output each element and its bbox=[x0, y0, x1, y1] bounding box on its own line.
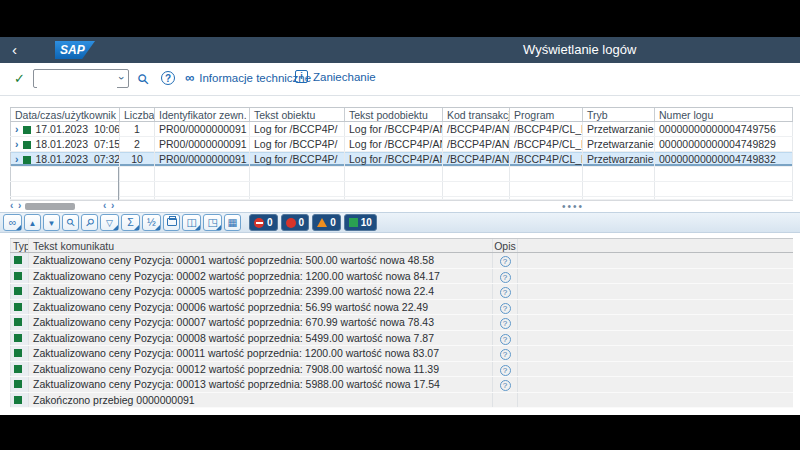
log-tryb: Przetwarzanie ... bbox=[583, 152, 655, 166]
horizontal-scrollbar[interactable]: ‹ › ‹ › bbox=[10, 200, 793, 212]
sort-ascending-button[interactable]: ▲ bbox=[24, 214, 41, 231]
details-button[interactable]: ⚲ bbox=[81, 214, 98, 231]
col-header[interactable]: Liczba bbox=[120, 108, 155, 121]
expand-chevron-icon[interactable]: › bbox=[15, 123, 19, 135]
help-circle-icon[interactable]: ? bbox=[500, 272, 511, 283]
message-row[interactable]: Zaktualizowano ceny Pozycja: 00011 warto… bbox=[10, 346, 793, 362]
row-filler bbox=[518, 253, 793, 268]
success-count: 10 bbox=[361, 217, 372, 228]
green-status-icon bbox=[14, 365, 22, 373]
col-header[interactable]: Identyfikator zewn. bbox=[155, 108, 250, 121]
sum-button[interactable]: Σ bbox=[121, 214, 140, 231]
message-row[interactable]: Zakończono przebieg 0000000091 bbox=[10, 393, 793, 409]
log-row[interactable]: ›17.01.2023 10:06:25 1 PR00/0000000091 L… bbox=[10, 122, 793, 137]
message-row[interactable]: Zaktualizowano ceny Pozycja: 00008 warto… bbox=[10, 331, 793, 347]
col-header-typ[interactable]: Typ bbox=[10, 239, 29, 252]
log-tekst-obiektu: Log for /BCCP4P/ bbox=[250, 122, 345, 136]
green-square-icon bbox=[349, 218, 358, 227]
log-program: /BCCP4P/CL_L... bbox=[510, 122, 583, 136]
find-button[interactable]: ∞ bbox=[3, 214, 22, 231]
grid-button[interactable]: ▦ bbox=[224, 214, 241, 231]
help-circle-icon[interactable]: ? bbox=[500, 303, 511, 314]
message-row[interactable]: Zaktualizowano ceny Pozycja: 00007 warto… bbox=[10, 315, 793, 331]
log-numer-logu: 00000000000004749832 bbox=[655, 152, 793, 166]
chevron-down-icon[interactable]: › bbox=[116, 76, 128, 80]
green-status-icon bbox=[14, 380, 22, 388]
help-icon[interactable]: ? bbox=[161, 71, 175, 85]
print-button[interactable] bbox=[163, 214, 180, 231]
message-row[interactable]: Zaktualizowano ceny Pozycja: 00006 warto… bbox=[10, 300, 793, 316]
technical-info-button[interactable]: ∞ Informacje techniczne bbox=[185, 70, 311, 86]
scroll-left-icon[interactable]: ‹ bbox=[103, 200, 106, 211]
subtotal-button[interactable]: ½ bbox=[142, 214, 161, 231]
message-row[interactable]: Zaktualizowano ceny Pozycja: 00013 warto… bbox=[10, 377, 793, 393]
splitter-handle[interactable]: •••• bbox=[562, 202, 584, 212]
confirm-check-icon[interactable]: ✓ bbox=[14, 71, 25, 86]
help-circle-icon[interactable]: ? bbox=[500, 349, 511, 360]
command-field[interactable]: › bbox=[33, 69, 129, 88]
log-liczba: 10 bbox=[120, 152, 155, 166]
message-row[interactable]: Zaktualizowano ceny Pozycja: 00002 warto… bbox=[10, 269, 793, 285]
empty-opis-cell bbox=[493, 393, 518, 408]
col-header[interactable]: Tryb bbox=[583, 108, 655, 121]
log-row[interactable]: ›18.01.2023 07:15:37 2 PR00/0000000091 L… bbox=[10, 137, 793, 152]
message-row[interactable]: Zaktualizowano ceny Pozycja: 00005 warto… bbox=[10, 284, 793, 300]
message-text: Zaktualizowano ceny Pozycja: 00013 warto… bbox=[29, 377, 493, 392]
error-count-button[interactable]: 0 bbox=[281, 214, 310, 231]
log-tekst-obiektu: Log for /BCCP4P/ bbox=[250, 152, 345, 166]
log-program: /BCCP4P/CL_L... bbox=[510, 137, 583, 151]
zoom-button[interactable]: ⚲ bbox=[62, 214, 79, 231]
green-status-icon bbox=[14, 349, 22, 357]
col-header[interactable]: Tekst podobiektu bbox=[345, 108, 443, 121]
message-text: Zaktualizowano ceny Pozycja: 00005 warto… bbox=[29, 284, 493, 299]
dropdown-corner-icon bbox=[195, 225, 200, 230]
export-button[interactable]: ◳ bbox=[203, 214, 222, 231]
message-text: Zaktualizowano ceny Pozycja: 00007 warto… bbox=[29, 315, 493, 330]
expand-chevron-icon[interactable]: › bbox=[15, 153, 19, 165]
error-count: 0 bbox=[299, 217, 305, 228]
warning-count-button[interactable]: 0 bbox=[312, 214, 341, 231]
views-button[interactable]: ◫ bbox=[182, 214, 201, 231]
col-header[interactable]: Kod transakcji bbox=[443, 108, 510, 121]
grid-icon: ▦ bbox=[228, 216, 238, 228]
expand-chevron-icon[interactable]: › bbox=[15, 138, 19, 150]
log-row-selected[interactable]: ›18.01.2023 07:32:01 10 PR00/0000000091 … bbox=[10, 152, 793, 167]
log-tryb: Przetwarzanie ... bbox=[583, 122, 655, 136]
help-circle-icon[interactable]: ? bbox=[500, 287, 511, 298]
help-circle-icon[interactable]: ? bbox=[500, 256, 511, 267]
log-identyfikator: PR00/0000000091 bbox=[155, 122, 250, 136]
page-title: Wyświetlanie logów bbox=[523, 42, 636, 57]
col-header-tekst[interactable]: Tekst komunikatu bbox=[29, 239, 493, 252]
log-datetime: 17.01.2023 10:06:25 bbox=[36, 123, 121, 135]
dropdown-corner-icon bbox=[216, 225, 221, 230]
help-circle-icon[interactable]: ? bbox=[500, 365, 511, 376]
green-status-icon bbox=[14, 272, 22, 280]
success-count-button[interactable]: 10 bbox=[344, 214, 377, 231]
log-program: /BCCP4P/CL_L... bbox=[510, 152, 583, 166]
scroll-right-icon[interactable]: › bbox=[18, 200, 21, 211]
message-row[interactable]: Zaktualizowano ceny Pozycja: 00001 warto… bbox=[10, 253, 793, 269]
col-header[interactable]: Tekst obiektu bbox=[250, 108, 345, 121]
scroll-left-icon[interactable]: ‹ bbox=[10, 200, 13, 211]
help-circle-icon[interactable]: ? bbox=[500, 318, 511, 329]
help-circle-icon[interactable]: ? bbox=[500, 380, 511, 391]
col-header[interactable]: Numer logu bbox=[655, 108, 793, 121]
col-header[interactable]: Program bbox=[510, 108, 583, 121]
search-icon[interactable]: ⚲ bbox=[134, 70, 153, 89]
green-status-icon bbox=[14, 303, 22, 311]
col-header-opis[interactable]: Opis bbox=[493, 239, 518, 252]
command-input[interactable] bbox=[37, 72, 117, 89]
filter-button[interactable]: ▽ bbox=[100, 214, 119, 231]
scroll-right-icon[interactable]: › bbox=[111, 200, 114, 211]
abandon-button[interactable]: i Zaniechanie bbox=[295, 70, 376, 83]
header-filler bbox=[518, 239, 793, 252]
back-icon[interactable]: ‹ bbox=[12, 40, 17, 60]
help-circle-icon[interactable]: ? bbox=[500, 334, 511, 345]
scrollbar-thumb[interactable] bbox=[25, 203, 75, 210]
message-row[interactable]: Zaktualizowano ceny Pozycja: 00012 warto… bbox=[10, 362, 793, 378]
col-header[interactable]: Data/czas/użytkownik bbox=[10, 108, 120, 121]
abort-count-button[interactable]: 0 bbox=[249, 214, 278, 231]
sort-descending-button[interactable]: ▼ bbox=[43, 214, 60, 231]
log-datetime: 18.01.2023 07:32:01 bbox=[36, 153, 121, 165]
message-text: Zaktualizowano ceny Pozycja: 00002 warto… bbox=[29, 269, 493, 284]
